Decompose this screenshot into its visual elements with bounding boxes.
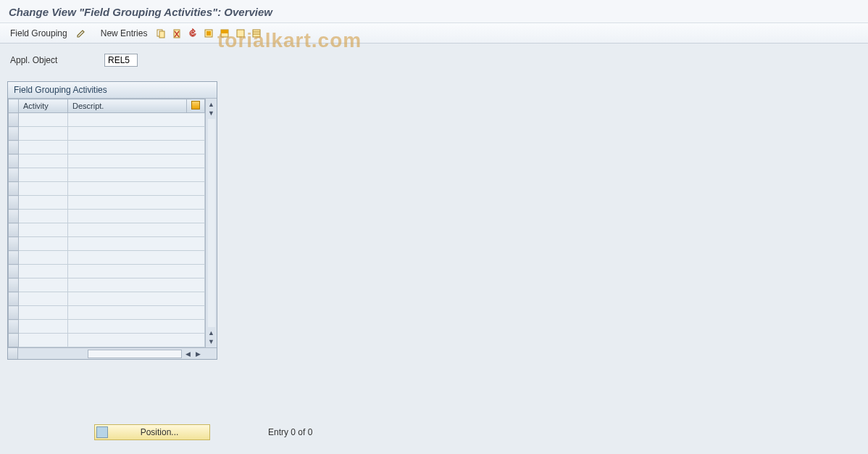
row-selector[interactable] (9, 196, 19, 210)
table-row[interactable] (9, 154, 205, 168)
appl-object-input[interactable] (104, 54, 138, 67)
cell-descript[interactable] (68, 292, 205, 306)
row-selector[interactable] (9, 168, 19, 182)
undo-icon[interactable] (186, 27, 199, 40)
row-selector[interactable] (9, 237, 19, 251)
row-selector[interactable] (9, 127, 19, 141)
table-row[interactable] (9, 223, 205, 237)
table-row[interactable] (9, 320, 205, 334)
table-settings-icon[interactable] (191, 101, 200, 110)
scroll-down-small-icon[interactable]: ▼ (207, 109, 216, 117)
cell-activity[interactable] (19, 113, 68, 127)
cell-descript[interactable] (68, 154, 205, 168)
horizontal-scrollbar[interactable]: ◀ ▶ (8, 347, 217, 359)
row-selector[interactable] (9, 182, 19, 196)
cell-descript[interactable] (68, 141, 205, 154)
cell-activity[interactable] (19, 154, 68, 168)
position-button[interactable]: Position... (94, 424, 210, 440)
cell-activity[interactable] (19, 265, 68, 278)
cell-activity[interactable] (19, 223, 68, 237)
select-block-icon[interactable] (218, 27, 231, 40)
footer-row: Position... Entry 0 of 0 (0, 424, 868, 440)
column-configure[interactable] (187, 99, 205, 113)
table-row[interactable] (9, 306, 205, 320)
cell-descript[interactable] (68, 320, 205, 334)
table-row[interactable] (9, 265, 205, 278)
cell-descript[interactable] (68, 196, 205, 210)
cell-activity[interactable] (19, 292, 68, 306)
cell-descript[interactable] (68, 127, 205, 141)
cell-activity[interactable] (19, 251, 68, 265)
cell-activity[interactable] (19, 320, 68, 334)
cell-descript[interactable] (68, 278, 205, 292)
cell-descript[interactable] (68, 237, 205, 251)
scroll-up-icon[interactable]: ▲ (207, 100, 216, 109)
cell-descript[interactable] (68, 223, 205, 237)
cell-descript[interactable] (68, 265, 205, 278)
delete-icon[interactable] (170, 27, 183, 40)
scroll-down-icon[interactable]: ▼ (207, 337, 216, 346)
cell-activity[interactable] (19, 168, 68, 182)
row-selector[interactable] (9, 251, 19, 265)
cell-activity[interactable] (19, 278, 68, 292)
title-bar: Change View "Field Grouping Activities":… (0, 0, 868, 23)
cell-descript[interactable] (68, 251, 205, 265)
scroll-up-small-icon[interactable]: ▲ (207, 329, 216, 337)
table-row[interactable] (9, 168, 205, 182)
cell-descript[interactable] (68, 210, 205, 223)
table-row[interactable] (9, 292, 205, 306)
row-selector[interactable] (9, 334, 19, 347)
new-entries-button[interactable]: New Entries (96, 27, 152, 40)
scroll-left-icon[interactable]: ◀ (183, 350, 192, 358)
row-selector[interactable] (9, 154, 19, 168)
table-row[interactable] (9, 182, 205, 196)
column-activity[interactable]: Activity (19, 99, 68, 113)
position-label: Position... (114, 427, 205, 437)
cell-descript[interactable] (68, 306, 205, 320)
row-selector[interactable] (9, 320, 19, 334)
cell-activity[interactable] (19, 237, 68, 251)
cell-descript[interactable] (68, 182, 205, 196)
cell-activity[interactable] (19, 334, 68, 347)
table-row[interactable] (9, 278, 205, 292)
cell-descript[interactable] (68, 334, 205, 347)
table-row[interactable] (9, 210, 205, 223)
cell-activity[interactable] (19, 210, 68, 223)
table-row[interactable] (9, 334, 205, 347)
table-row[interactable] (9, 113, 205, 127)
table-row[interactable] (9, 237, 205, 251)
toggle-edit-icon[interactable] (75, 27, 88, 40)
row-selector[interactable] (9, 223, 19, 237)
cell-activity[interactable] (19, 182, 68, 196)
entry-status: Entry 0 of 0 (268, 427, 312, 437)
svg-rect-8 (253, 30, 260, 37)
cell-descript[interactable] (68, 168, 205, 182)
table-row[interactable] (9, 251, 205, 265)
deselect-all-icon[interactable] (234, 27, 247, 40)
row-selector-header[interactable] (9, 99, 19, 113)
scroll-track[interactable] (208, 119, 215, 327)
row-selector[interactable] (9, 113, 19, 127)
cell-activity[interactable] (19, 196, 68, 210)
cell-activity[interactable] (19, 127, 68, 141)
row-selector[interactable] (9, 265, 19, 278)
row-selector[interactable] (9, 278, 19, 292)
copy-icon[interactable] (154, 27, 167, 40)
cell-activity[interactable] (19, 141, 68, 154)
hscroll-track[interactable] (88, 350, 182, 358)
row-selector[interactable] (9, 292, 19, 306)
row-selector[interactable] (9, 306, 19, 320)
field-grouping-menu[interactable]: Field Grouping (6, 27, 72, 40)
table-row[interactable] (9, 127, 205, 141)
row-selector[interactable] (9, 141, 19, 154)
vertical-scrollbar[interactable]: ▲ ▼ ▲ ▼ (205, 99, 217, 347)
scroll-right-icon[interactable]: ▶ (193, 350, 202, 358)
table-row[interactable] (9, 196, 205, 210)
configure-icon[interactable] (250, 27, 263, 40)
cell-descript[interactable] (68, 113, 205, 127)
cell-activity[interactable] (19, 306, 68, 320)
row-selector[interactable] (9, 210, 19, 223)
select-all-icon[interactable] (202, 27, 215, 40)
table-row[interactable] (9, 141, 205, 154)
column-descript[interactable]: Descript. (68, 99, 187, 113)
